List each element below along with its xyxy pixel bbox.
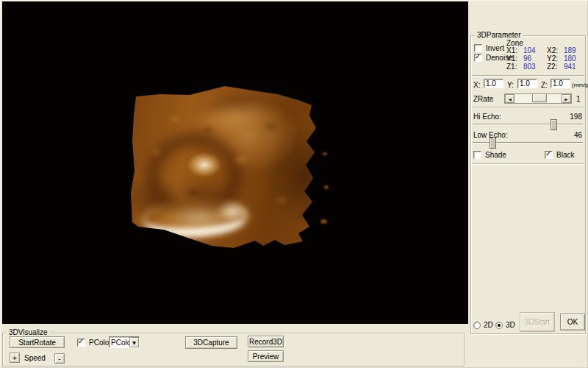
ultrasound-volume — [131, 82, 318, 255]
checkbox-box-icon — [474, 44, 482, 52]
scale-x-label: X: — [473, 81, 480, 89]
scale-z-input[interactable] — [551, 79, 570, 88]
speed-minus-button[interactable]: - — [54, 353, 65, 364]
speed-plus-button[interactable]: + — [10, 353, 20, 363]
checkmark-icon — [545, 151, 553, 159]
render-viewport[interactable] — [2, 1, 468, 324]
zrate-scrollbar[interactable]: ◄ ► — [504, 93, 572, 104]
black-label: Black — [556, 151, 574, 159]
mode-2d-radio[interactable]: 2D — [473, 321, 493, 329]
pcolor-checkbox-label: PColor — [89, 339, 112, 347]
radio-dot-icon — [495, 322, 503, 329]
preview-button[interactable]: Preview — [248, 350, 284, 362]
volume-texture — [131, 82, 318, 255]
radio-circle-icon — [473, 322, 481, 329]
zone-y2-label: Y2: — [547, 54, 558, 63]
parameter-group-title: 3DParameter — [475, 31, 523, 39]
zone-z2-label: Z2: — [547, 63, 557, 71]
separator — [472, 107, 584, 108]
zone-z1-label: Z1: — [506, 63, 517, 71]
zrate-label: ZRate — [473, 95, 493, 103]
separator — [472, 163, 584, 165]
separator — [472, 75, 584, 77]
parameter-groupbox: 3DParameter Invert Denoise Zone X1: 104 … — [470, 35, 586, 334]
hi-echo-slider-track[interactable] — [473, 124, 583, 125]
mode-2d-label: 2D — [484, 321, 493, 329]
shade-checkbox[interactable]: Shade — [473, 151, 506, 159]
zone-x1-value: 104 — [523, 46, 536, 54]
pcolor-checkbox[interactable]: PColor — [77, 339, 112, 347]
scroll-left-icon[interactable]: ◄ — [505, 94, 514, 103]
capture-3d-button[interactable]: 3DCapture — [185, 336, 237, 349]
speed-label: Speed — [24, 354, 46, 362]
scale-unit-label: (mm/p) — [572, 82, 588, 88]
zrate-value: 1 — [576, 95, 581, 103]
scale-z-label: Z: — [541, 81, 548, 89]
scale-y-label: Y: — [507, 81, 514, 89]
invert-checkbox[interactable]: Invert — [474, 44, 504, 52]
visualize-group-title: 3DVisualize — [7, 328, 50, 336]
zone-y1-label: Y1: — [506, 54, 517, 63]
start-3d-button: 3DStart — [520, 312, 555, 332]
zone-y1-value: 96 — [523, 54, 531, 63]
checkmark-icon — [77, 339, 85, 347]
app-window: 3DParameter Invert Denoise Zone X1: 104 … — [0, 0, 588, 368]
record-3d-button[interactable]: Record3D — [248, 336, 284, 347]
pcolor-dropdown-value: PColor — [110, 339, 129, 347]
scroll-right-icon[interactable]: ► — [562, 94, 571, 103]
checkmark-icon — [474, 54, 482, 62]
chevron-down-icon[interactable]: ▼ — [129, 337, 139, 347]
invert-label: Invert — [486, 44, 504, 52]
volume-speck — [320, 219, 327, 224]
zone-x2-label: X2: — [547, 46, 558, 54]
volume-speck — [323, 152, 327, 155]
zrate-scroll-track[interactable] — [514, 94, 562, 103]
mode-3d-radio[interactable]: 3D — [495, 321, 515, 329]
checkbox-box-icon — [473, 151, 481, 159]
scale-y-input[interactable] — [517, 79, 537, 88]
low-echo-slider-thumb[interactable] — [490, 138, 496, 149]
scale-x-input[interactable] — [484, 79, 503, 88]
low-echo-slider[interactable] — [473, 138, 583, 149]
hi-echo-slider-thumb[interactable] — [551, 119, 557, 130]
zrate-scroll-thumb[interactable] — [532, 93, 547, 102]
start-rotate-button[interactable]: StartRotate — [10, 336, 65, 348]
mode-3d-label: 3D — [506, 321, 515, 329]
ok-button[interactable]: OK — [560, 314, 585, 330]
zone-z1-value: 803 — [523, 63, 536, 71]
zone-x2-value: 189 — [564, 46, 576, 54]
volume-speck — [324, 185, 329, 189]
zone-y2-value: 180 — [564, 54, 576, 63]
pcolor-dropdown[interactable]: PColor ▼ — [109, 336, 140, 348]
shade-label: Shade — [485, 151, 506, 159]
black-checkbox[interactable]: Black — [545, 151, 574, 159]
hi-echo-slider[interactable] — [473, 119, 583, 130]
zone-z2-value: 941 — [564, 63, 576, 71]
zone-x1-label: X1: — [506, 46, 517, 54]
visualize-panel: 3DVisualize StartRotate + Speed - PColor… — [0, 324, 468, 368]
